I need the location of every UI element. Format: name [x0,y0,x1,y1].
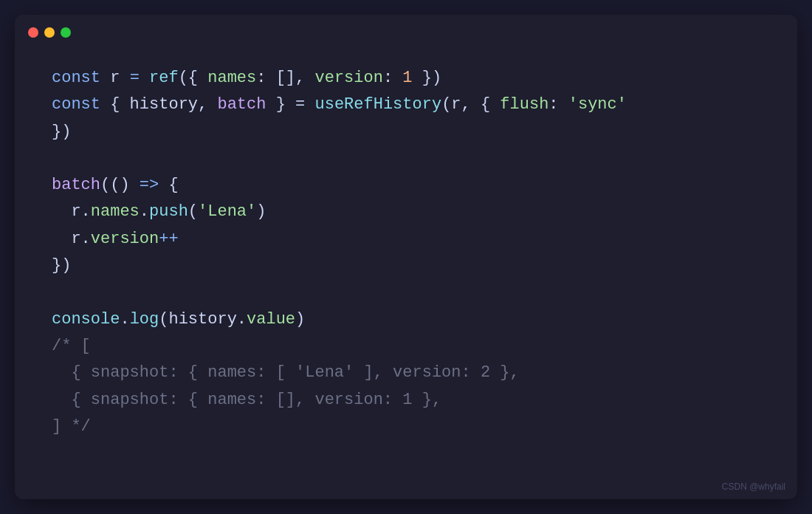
code-line-2: const { history, batch } = useRefHistory… [52,92,760,118]
code-line-10: console.log(history.value) [52,306,760,333]
titlebar [15,15,797,50]
code-line-12: { snapshot: { names: [ 'Lena' ], version… [52,360,760,386]
code-line-9 [52,279,760,306]
code-line-11: /* [ [52,333,760,360]
code-display: const r = ref({ names: [], version: 1 })… [15,50,797,455]
code-line-6: r.names.push('Lena') [52,199,760,225]
minimize-button[interactable] [44,27,55,38]
code-line-13: { snapshot: { names: [], version: 1 }, [52,387,760,414]
code-line-4 [52,145,760,172]
code-line-14: ] */ [52,414,760,440]
code-line-8: }) [52,253,760,279]
code-line-7: r.version++ [52,226,760,253]
editor-window: const r = ref({ names: [], version: 1 })… [15,15,797,499]
code-line-5: batch(() => { [52,172,760,199]
code-line-1: const r = ref({ names: [], version: 1 }) [52,65,760,92]
watermark: CSDN @whyfail [722,482,785,492]
close-button[interactable] [28,27,38,38]
code-line-3: }) [52,119,760,145]
maximize-button[interactable] [61,27,71,38]
